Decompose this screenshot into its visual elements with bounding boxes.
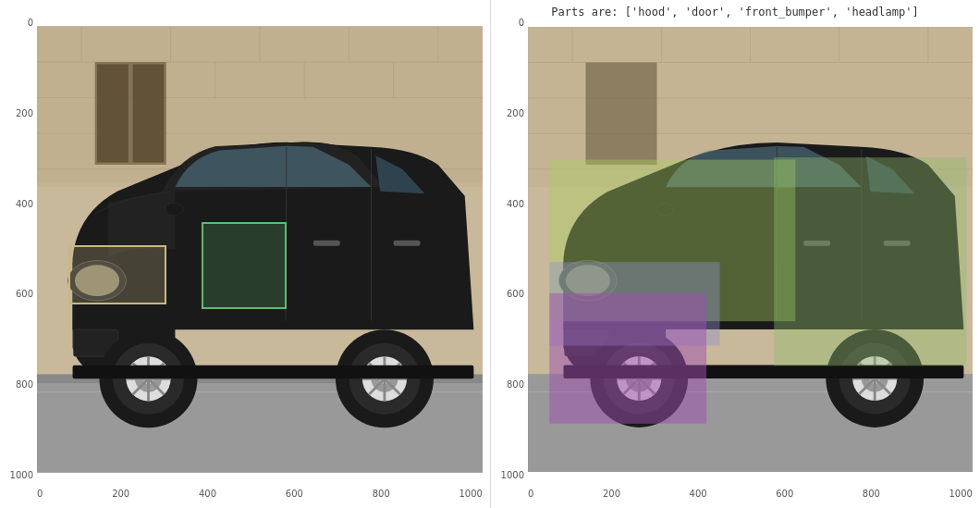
- y-tick-1000: 1000: [10, 471, 37, 480]
- y-tick-200-r: 200: [507, 109, 528, 118]
- y-tick-400-r: 400: [507, 200, 528, 209]
- x-tick-400: 400: [199, 489, 216, 499]
- y-tick-1000-r: 1000: [501, 471, 528, 480]
- y-tick-600-r: 600: [507, 290, 528, 299]
- x-tick-600: 600: [286, 489, 303, 499]
- x-tick-600-r: 600: [776, 489, 793, 499]
- plots-container: Parts are: ['hood', 'door', 'front_bumpe…: [0, 0, 980, 508]
- y-tick-0-r: 0: [519, 19, 528, 28]
- svg-rect-25: [394, 241, 421, 246]
- svg-rect-24: [313, 241, 340, 246]
- x-tick-0-r: 0: [528, 489, 533, 499]
- y-tick-800: 800: [16, 380, 37, 390]
- y-tick-800-r: 800: [507, 380, 528, 390]
- right-plot: 0 200 400 600 800 1000 0 200 400 600 800…: [490, 0, 980, 508]
- svg-rect-17: [97, 64, 129, 162]
- x-tick-400-r: 400: [690, 489, 707, 499]
- svg-rect-56: [73, 366, 474, 378]
- right-x-axis: 0 200 400 600 800 1000: [528, 489, 973, 499]
- x-tick-200: 200: [112, 489, 129, 499]
- x-tick-800-r: 800: [863, 489, 880, 499]
- y-tick-600: 600: [16, 290, 37, 299]
- y-tick-200: 200: [16, 109, 37, 118]
- bbox-headlamp-left: [68, 245, 166, 305]
- svg-rect-101: [550, 294, 705, 423]
- right-car-image: [528, 19, 973, 480]
- left-x-axis: 0 200 400 600 800 1000: [37, 489, 483, 499]
- x-tick-200-r: 200: [603, 489, 620, 499]
- y-tick-0: 0: [28, 19, 37, 28]
- y-tick-400: 400: [16, 200, 37, 209]
- left-y-axis: 0 200 400 600 800 1000: [0, 19, 37, 480]
- x-tick-0: 0: [37, 489, 43, 499]
- svg-rect-68: [586, 62, 657, 165]
- bbox-door-left: [202, 222, 287, 310]
- x-tick-800: 800: [373, 489, 390, 499]
- x-tick-1000: 1000: [459, 489, 483, 499]
- svg-rect-99: [775, 158, 966, 366]
- left-image-area: [37, 19, 483, 480]
- right-y-axis: 0 200 400 600 800 1000: [491, 19, 528, 480]
- x-tick-1000-r: 1000: [949, 489, 972, 499]
- svg-point-55: [165, 203, 183, 215]
- svg-rect-18: [133, 64, 165, 162]
- left-plot: 0 200 400 600 800 1000 0 200 400 600 800…: [0, 0, 490, 508]
- right-image-area: [528, 19, 973, 480]
